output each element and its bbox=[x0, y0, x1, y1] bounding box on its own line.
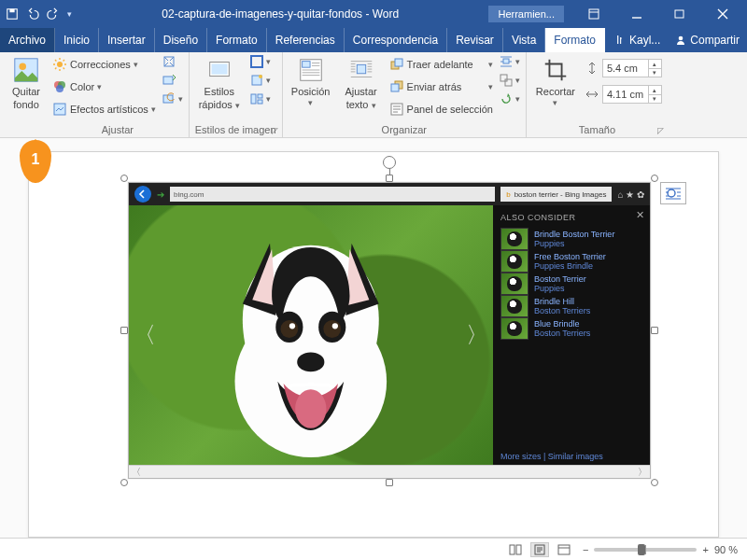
resize-handle[interactable] bbox=[651, 327, 658, 334]
zoom-in-button[interactable]: + bbox=[702, 544, 708, 555]
print-layout-button[interactable] bbox=[530, 542, 549, 557]
page[interactable]: ➔ bing.com bboston terrier - Bing Images… bbox=[28, 151, 719, 538]
dialog-launcher-icon[interactable]: ◸ bbox=[657, 126, 664, 135]
picture-border-button[interactable]: ▾ bbox=[249, 54, 271, 69]
layout-options-button[interactable] bbox=[660, 182, 686, 204]
redo-icon[interactable] bbox=[47, 7, 60, 21]
svg-rect-25 bbox=[302, 62, 309, 68]
tab-format[interactable]: Formato bbox=[545, 28, 605, 52]
position-icon bbox=[297, 56, 325, 84]
svg-rect-33 bbox=[500, 75, 507, 81]
rotate-button[interactable]: ▾ bbox=[499, 91, 520, 106]
maximize-icon[interactable] bbox=[661, 0, 698, 28]
resize-handle[interactable] bbox=[386, 479, 393, 486]
rotate-icon bbox=[499, 91, 514, 106]
reset-picture-button[interactable]: ▾ bbox=[162, 91, 183, 106]
person-icon bbox=[675, 35, 686, 46]
send-backward-button[interactable]: Enviar atrás▾ bbox=[389, 77, 493, 97]
svg-point-38 bbox=[281, 320, 299, 338]
close-icon[interactable] bbox=[704, 0, 741, 28]
embedded-browser-chrome: ➔ bing.com bboston terrier - Bing Images… bbox=[129, 183, 650, 205]
picture-effects-button[interactable]: ▾ bbox=[249, 73, 271, 88]
tab-references[interactable]: Referencias bbox=[267, 28, 345, 52]
embedded-scrollbar: 〈〉 bbox=[129, 465, 650, 478]
position-button[interactable]: Posición▾ bbox=[289, 54, 333, 108]
selected-picture[interactable]: ➔ bing.com bboston terrier - Bing Images… bbox=[128, 182, 651, 479]
tab-file[interactable]: Archivo bbox=[0, 28, 55, 52]
tab-view[interactable]: Vista bbox=[503, 28, 545, 52]
reset-icon bbox=[162, 91, 176, 106]
account-user[interactable]: Kayl... bbox=[622, 28, 668, 52]
web-layout-button[interactable] bbox=[555, 542, 573, 557]
align-button[interactable]: ▾ bbox=[499, 54, 520, 69]
zoom-percent[interactable]: 90 % bbox=[714, 544, 738, 555]
border-icon bbox=[249, 54, 264, 69]
tell-me-search[interactable]: Indicar... bbox=[605, 28, 622, 52]
share-button[interactable]: Compartir bbox=[668, 28, 747, 52]
quick-styles-button[interactable]: Estilos rápidos ▾ bbox=[195, 54, 244, 111]
resize-handle[interactable] bbox=[120, 327, 128, 334]
tab-review[interactable]: Revisar bbox=[447, 28, 503, 52]
screenshot-content: ➔ bing.com bboston terrier - Bing Images… bbox=[129, 183, 650, 478]
tab-layout[interactable]: Formato bbox=[207, 28, 267, 52]
next-image-icon: 〉 bbox=[465, 316, 489, 354]
resize-handle[interactable] bbox=[651, 175, 658, 182]
svg-rect-23 bbox=[258, 100, 262, 104]
svg-point-40 bbox=[289, 323, 295, 329]
selection-pane-button[interactable]: Panel de selección bbox=[389, 99, 493, 119]
resize-handle[interactable] bbox=[120, 175, 128, 182]
close-panel-icon: ✕ bbox=[636, 209, 644, 221]
back-icon bbox=[134, 186, 151, 203]
ribbon-options-icon[interactable] bbox=[575, 0, 613, 28]
tab-insert[interactable]: Insertar bbox=[99, 28, 155, 52]
resize-handle[interactable] bbox=[386, 175, 393, 182]
resize-handle[interactable] bbox=[651, 479, 658, 486]
remove-background-button[interactable]: Quitar fondo bbox=[6, 54, 47, 110]
width-field[interactable]: 4.11 cm▴▾ bbox=[585, 84, 662, 105]
suggestion-item: Brindle HillBoston Terriers bbox=[500, 295, 642, 317]
read-mode-button[interactable] bbox=[506, 542, 525, 557]
tab-design[interactable]: Diseño bbox=[155, 28, 207, 52]
svg-point-20 bbox=[259, 75, 262, 78]
effects-icon bbox=[249, 73, 264, 88]
contextual-tab-label: Herramien... bbox=[488, 6, 564, 22]
svg-point-41 bbox=[332, 323, 338, 329]
svg-rect-44 bbox=[510, 545, 514, 554]
wrap-text-button[interactable]: Ajustar texto ▾ bbox=[339, 54, 384, 111]
width-icon bbox=[585, 87, 599, 102]
bring-forward-button[interactable]: Traer adelante▾ bbox=[389, 54, 493, 75]
zoom-out-button[interactable]: − bbox=[583, 544, 588, 555]
zoom-slider[interactable] bbox=[594, 548, 697, 552]
suggestion-item: Free Boston TerrierPuppies Brindle bbox=[500, 250, 642, 273]
change-picture-button[interactable] bbox=[162, 73, 183, 88]
quick-access-toolbar: ▾ bbox=[6, 7, 72, 21]
height-field[interactable]: 5.4 cm▴▾ bbox=[585, 58, 662, 78]
rotate-handle[interactable] bbox=[383, 156, 396, 169]
save-icon[interactable] bbox=[6, 7, 19, 21]
tab-mailings[interactable]: Correspondencia bbox=[345, 28, 447, 52]
document-area[interactable]: 1 ➔ bing.com bboston terrier - Bing Imag… bbox=[0, 138, 747, 538]
brightness-icon bbox=[52, 57, 67, 72]
resize-handle[interactable] bbox=[120, 479, 128, 486]
suggestion-thumb bbox=[500, 273, 529, 295]
layout-options-icon bbox=[665, 187, 682, 200]
picture-layout-button[interactable]: ▾ bbox=[249, 91, 271, 106]
corrections-button[interactable]: Correcciones▾ bbox=[52, 54, 156, 75]
layout-icon bbox=[249, 91, 264, 106]
qat-customize-icon[interactable]: ▾ bbox=[67, 9, 72, 19]
status-bar: − + 90 % bbox=[0, 538, 747, 560]
crop-button[interactable]: Recortar▾ bbox=[532, 54, 579, 108]
svg-rect-32 bbox=[503, 59, 509, 63]
change-picture-icon bbox=[162, 73, 176, 88]
group-adjust-label: Ajustar bbox=[102, 124, 134, 135]
group-button[interactable]: ▾ bbox=[499, 73, 520, 88]
undo-icon[interactable] bbox=[26, 7, 39, 21]
tab-home[interactable]: Inicio bbox=[55, 28, 99, 52]
color-button[interactable]: Color▾ bbox=[52, 77, 156, 97]
dialog-launcher-icon[interactable]: ◸ bbox=[272, 126, 278, 135]
artistic-effects-button[interactable]: Efectos artísticos▾ bbox=[52, 99, 156, 119]
corrections-label: Correcciones bbox=[70, 59, 131, 70]
minimize-icon[interactable] bbox=[618, 0, 655, 28]
compress-pictures-button[interactable] bbox=[162, 54, 183, 69]
svg-rect-22 bbox=[258, 94, 262, 98]
